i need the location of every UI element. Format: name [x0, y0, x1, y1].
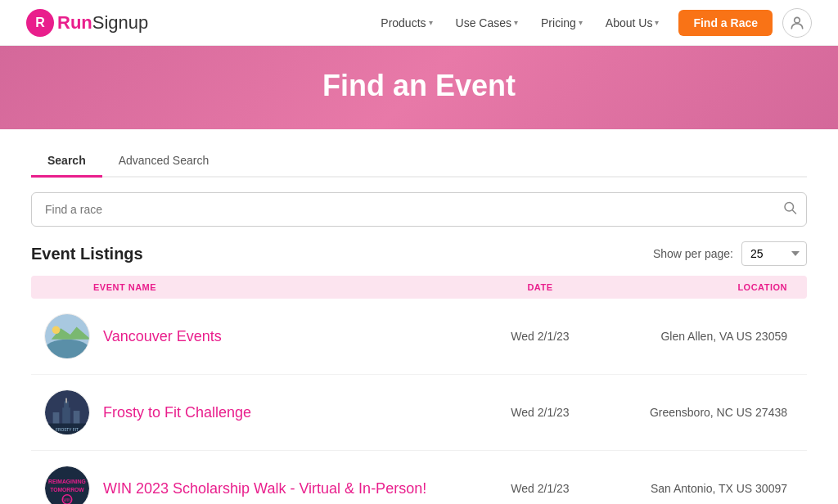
search-wrapper: [31, 192, 807, 227]
svg-point-6: [52, 326, 61, 334]
svg-text:WIN: WIN: [63, 498, 71, 502]
event-name-link[interactable]: Vancouver Events: [103, 328, 222, 345]
per-page-select[interactable]: 10 25 50 100: [741, 241, 807, 266]
svg-rect-4: [45, 340, 89, 358]
event-logo: FROSTY FIT: [44, 389, 90, 435]
find-race-button[interactable]: Find a Race: [678, 10, 773, 36]
logo[interactable]: R RunSignup: [26, 9, 148, 37]
svg-line-2: [793, 210, 796, 214]
svg-text:REIMAGINING: REIMAGINING: [48, 479, 86, 484]
table-row: FROSTY FIT Frosty to Fit Challenge Wed 2…: [31, 375, 807, 451]
event-name-link[interactable]: WIN 2023 Scholarship Walk - Virtual & In…: [103, 480, 426, 497]
event-location: Glen Allen, VA US 23059: [614, 330, 794, 343]
svg-text:TOMORROW: TOMORROW: [50, 487, 84, 493]
tab-advanced-search[interactable]: Advanced Search: [102, 146, 226, 178]
chevron-down-icon: ▾: [429, 18, 433, 27]
logo-text: RunSignup: [57, 12, 148, 34]
event-logo: REIMAGINING TOMORROW WIN: [44, 466, 90, 504]
table-row: REIMAGINING TOMORROW WIN WIN 2023 Schola…: [31, 451, 807, 504]
chevron-down-icon: ▾: [514, 18, 518, 27]
event-name-cell: Vancouver Events: [44, 313, 466, 359]
search-tabs: Search Advanced Search: [31, 146, 807, 178]
svg-text:FROSTY FIT: FROSTY FIT: [56, 428, 79, 432]
col-header-event-name: EVENT NAME: [44, 282, 466, 292]
chevron-down-icon: ▾: [579, 18, 583, 27]
listings-title: Event Listings: [31, 245, 143, 263]
svg-point-0: [795, 17, 800, 23]
event-location: Greensboro, NC US 27438: [614, 406, 794, 419]
event-logo: [44, 313, 90, 359]
nav-pricing[interactable]: Pricing ▾: [531, 10, 592, 36]
event-name-cell: REIMAGINING TOMORROW WIN WIN 2023 Schola…: [44, 466, 466, 504]
search-submit-button[interactable]: [782, 200, 797, 219]
event-name-link[interactable]: Frosty to Fit Challenge: [103, 404, 251, 421]
event-date: Wed 2/1/23: [466, 406, 614, 419]
main-content: Search Advanced Search Event Listings Sh…: [18, 146, 820, 504]
table-row: Vancouver Events Wed 2/1/23 Glen Allen, …: [31, 299, 807, 375]
col-header-location: LOCATION: [614, 282, 794, 292]
svg-point-1: [785, 203, 794, 212]
logo-icon: R: [26, 9, 54, 37]
listings-header: Event Listings Show per page: 10 25 50 1…: [31, 241, 807, 266]
event-list: Vancouver Events Wed 2/1/23 Glen Allen, …: [31, 299, 807, 504]
hero-title: Find an Event: [0, 69, 838, 103]
search-input[interactable]: [31, 192, 807, 227]
event-location: San Antonio, TX US 30097: [614, 482, 794, 495]
col-header-date: DATE: [466, 282, 614, 292]
table-header: EVENT NAME DATE LOCATION: [31, 276, 807, 299]
show-per-page-label: Show per page:: [653, 247, 733, 260]
nav-about-us[interactable]: About Us ▾: [596, 10, 669, 36]
svg-rect-12: [65, 398, 67, 403]
main-nav: Products ▾ Use Cases ▾ Pricing ▾ About U…: [371, 8, 812, 38]
event-date: Wed 2/1/23: [466, 482, 614, 495]
tab-search[interactable]: Search: [31, 146, 102, 178]
show-per-page-control: Show per page: 10 25 50 100: [653, 241, 807, 266]
nav-use-cases[interactable]: Use Cases ▾: [446, 10, 528, 36]
header: R RunSignup Products ▾ Use Cases ▾ Prici…: [0, 0, 838, 46]
user-account-icon[interactable]: [782, 8, 812, 38]
event-date: Wed 2/1/23: [466, 330, 614, 343]
event-name-cell: FROSTY FIT Frosty to Fit Challenge: [44, 389, 466, 435]
chevron-down-icon: ▾: [655, 18, 659, 27]
search-icon: [782, 200, 797, 215]
hero-banner: Find an Event: [0, 46, 838, 129]
nav-products[interactable]: Products ▾: [371, 10, 442, 36]
